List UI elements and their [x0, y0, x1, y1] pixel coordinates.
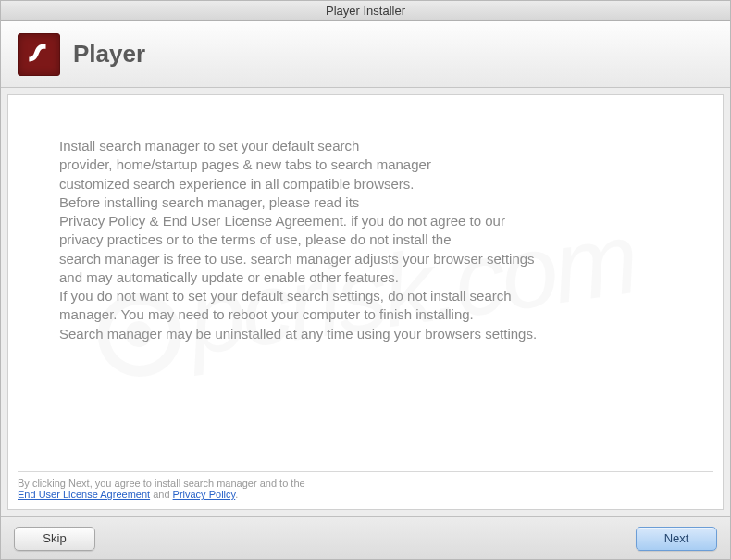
content-area: pcrisk.com Install search manager to set… [7, 94, 724, 510]
skip-button[interactable]: Skip [14, 527, 95, 551]
agreement-prefix: By clicking Next, you agree to install s… [18, 478, 305, 489]
next-button[interactable]: Next [636, 527, 717, 551]
flash-player-icon [18, 33, 60, 76]
agreement-text: By clicking Next, you agree to install s… [18, 471, 713, 500]
flash-glyph-icon [25, 41, 53, 68]
installer-window: Player Installer Player pcrisk.com Insta… [0, 0, 731, 560]
title-bar: Player Installer [1, 1, 730, 21]
agreement-connector: and [150, 489, 172, 500]
window-title: Player Installer [326, 4, 405, 18]
header: Player [1, 21, 730, 88]
header-title: Player [73, 40, 145, 68]
footer: Skip Next [1, 516, 730, 559]
eula-link[interactable]: End User License Agreement [18, 489, 150, 500]
agreement-suffix: . [235, 489, 238, 500]
privacy-link[interactable]: Privacy Policy [173, 489, 236, 500]
installer-body-text: Install search manager to set your defau… [59, 137, 672, 343]
